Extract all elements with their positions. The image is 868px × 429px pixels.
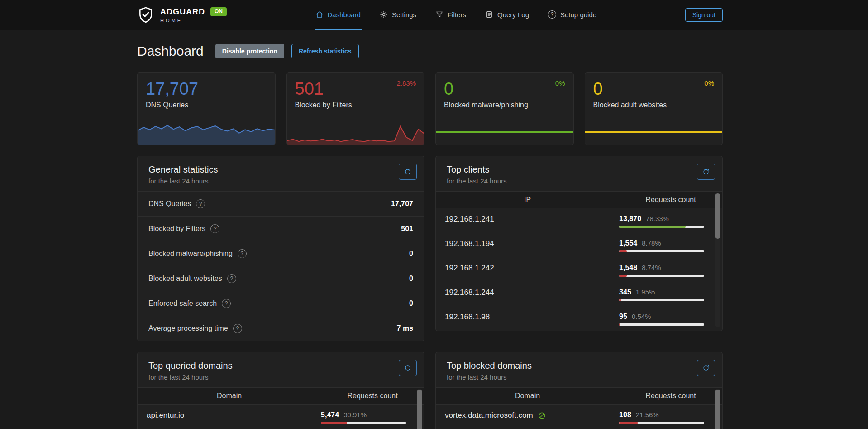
scrollbar-thumb[interactable]: [715, 390, 720, 429]
progress-bar: [619, 250, 704, 252]
card-percent: 2.83%: [396, 79, 416, 87]
stat-value: 17,707: [391, 200, 413, 208]
requests-percent: 8.74%: [642, 264, 661, 271]
progress-bar: [619, 299, 704, 301]
nav-label: Setup guide: [560, 11, 596, 19]
stat-label: DNS Queries: [148, 200, 191, 208]
malware-flat-sparkline: [436, 131, 573, 133]
panel-title: Top queried domains: [148, 361, 413, 371]
domain-name[interactable]: api.entur.io: [147, 411, 184, 420]
refresh-panel-button[interactable]: [399, 360, 417, 376]
refresh-icon: [702, 364, 710, 371]
help-icon[interactable]: [233, 324, 242, 333]
requests-count: 13,870: [619, 215, 641, 222]
stat-label: Average processing time: [148, 324, 228, 333]
progress-bar: [619, 422, 704, 424]
help-icon[interactable]: [196, 199, 205, 208]
dashboard-page: Dashboard Disable protection Refresh sta…: [137, 43, 723, 429]
stat-row: DNS Queries 17,707: [138, 191, 424, 216]
nav-item-dashboard[interactable]: Dashboard: [315, 0, 362, 30]
refresh-panel-button[interactable]: [697, 164, 715, 180]
requests-percent: 1.95%: [636, 288, 655, 296]
shield-check-icon: [137, 5, 154, 24]
adguard-home-logo[interactable]: ADGUARD ON HOME: [137, 5, 227, 24]
stat-label: Enforced safe search: [148, 299, 217, 308]
main-nav: Dashboard Settings Filters: [315, 0, 598, 30]
protection-status-badge: ON: [210, 7, 227, 16]
help-icon[interactable]: [227, 274, 236, 283]
top-blocked-domains-panel: Top blocked domains for the last 24 hour…: [435, 352, 723, 429]
domain-row: vortex.data.microsoft.com 10821.56%: [436, 405, 722, 429]
stat-row: Blocked adult websites 0: [138, 266, 424, 291]
scrollbar-track[interactable]: [417, 389, 422, 429]
column-header-domain: Domain: [138, 392, 321, 400]
column-header-ip: IP: [436, 196, 619, 204]
requests-count: 108: [619, 411, 631, 419]
column-header-requests: Requests count: [619, 392, 722, 400]
requests-percent: 21.56%: [636, 411, 659, 419]
client-row: 192.168.1.194 1,5548.78%: [436, 233, 722, 257]
help-icon[interactable]: [210, 224, 219, 233]
nav-item-settings[interactable]: Settings: [379, 0, 417, 30]
nav-item-query-log[interactable]: Query Log: [484, 0, 530, 30]
card-label: Blocked adult websites: [593, 101, 667, 109]
top-navbar: ADGUARD ON HOME Dashboard Settings: [0, 0, 868, 30]
nav-label: Query Log: [497, 11, 529, 19]
client-row: 192.168.1.244 3451.95%: [436, 282, 722, 306]
scrollbar-track[interactable]: [715, 389, 720, 429]
stat-row: Average processing time 7 ms: [138, 316, 424, 341]
panel-title: General statistics: [148, 164, 413, 175]
scrollbar-thumb[interactable]: [715, 193, 720, 239]
nav-item-setup-guide[interactable]: Setup guide: [547, 0, 597, 30]
refresh-panel-button[interactable]: [399, 164, 417, 180]
dns-queries-sparkline: [138, 116, 275, 145]
help-icon[interactable]: [222, 299, 231, 308]
stat-card-blocked-adult: 0% 0 Blocked adult websites: [585, 72, 723, 145]
blocked-filters-sparkline: [287, 116, 424, 145]
panel-title: Top clients: [447, 164, 711, 175]
card-percent: 0%: [704, 79, 714, 87]
help-icon[interactable]: [238, 249, 247, 258]
progress-fill: [619, 422, 638, 424]
refresh-statistics-button[interactable]: Refresh statistics: [291, 44, 359, 58]
scrollbar-track[interactable]: [715, 193, 720, 327]
stat-label: Blocked adult websites: [148, 275, 222, 283]
general-statistics-panel: General statistics for the last 24 hours…: [137, 156, 424, 341]
card-label: Blocked malware/phishing: [444, 101, 528, 109]
panel-subtitle: for the last 24 hours: [148, 177, 413, 185]
funnel-icon: [435, 10, 444, 19]
top-queried-domains-panel: Top queried domains for the last 24 hour…: [137, 352, 424, 429]
card-value: 0: [444, 80, 565, 99]
refresh-icon: [404, 168, 411, 175]
log-document-icon: [485, 10, 493, 19]
brand-subtitle: HOME: [160, 18, 227, 23]
stat-value: 0: [409, 250, 413, 258]
requests-percent: 78.33%: [646, 215, 669, 222]
client-ip[interactable]: 192.168.1.98: [445, 313, 490, 322]
stat-value: 7 ms: [397, 324, 413, 333]
table-header: IP Requests count: [436, 191, 722, 208]
requests-count: 95: [619, 313, 627, 320]
nav-label: Filters: [448, 11, 466, 19]
general-statistics-rows: DNS Queries 17,707 Blocked by Filters 50…: [138, 191, 424, 341]
disable-protection-button[interactable]: Disable protection: [215, 44, 284, 58]
nav-item-filters[interactable]: Filters: [434, 0, 467, 30]
progress-bar: [619, 226, 704, 228]
refresh-icon: [702, 168, 710, 175]
panel-subtitle: for the last 24 hours: [148, 373, 413, 381]
top-blocked-rows: vortex.data.microsoft.com 10821.56%: [436, 405, 722, 429]
brand-name: ADGUARD: [160, 7, 205, 17]
requests-percent: 8.78%: [642, 239, 661, 247]
client-ip[interactable]: 192.168.1.194: [445, 239, 494, 248]
domain-name[interactable]: vortex.data.microsoft.com: [445, 411, 533, 420]
progress-bar: [619, 323, 704, 326]
refresh-panel-button[interactable]: [697, 360, 715, 376]
stat-value: 0: [409, 299, 413, 308]
client-ip[interactable]: 192.168.1.242: [445, 264, 494, 273]
client-ip[interactable]: 192.168.1.241: [445, 215, 494, 224]
sign-out-button[interactable]: Sign out: [685, 8, 723, 22]
blocked-by-filters-link[interactable]: Blocked by Filters: [295, 101, 352, 109]
progress-fill: [321, 422, 347, 424]
client-ip[interactable]: 192.168.1.244: [445, 288, 494, 297]
scrollbar-thumb[interactable]: [417, 390, 422, 429]
